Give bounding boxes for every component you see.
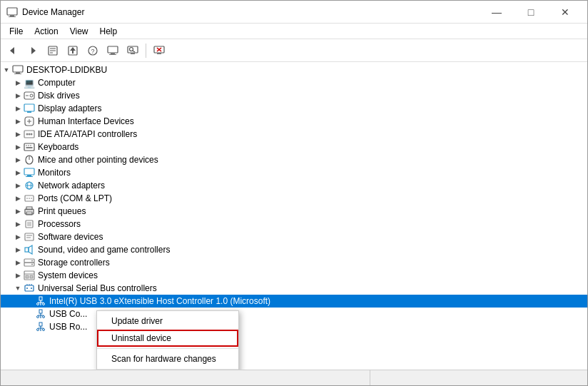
item-label: Keyboards	[38, 142, 78, 152]
update-driver-menu-item[interactable]: Update driver	[97, 313, 238, 330]
list-item[interactable]: ▶ Sound, video and game controllers	[1, 243, 587, 256]
status-pane-2	[370, 370, 477, 385]
storage-icon	[24, 257, 35, 268]
scan-hardware-menu-item[interactable]: Scan for hardware changes	[97, 350, 238, 367]
svg-rect-61	[25, 233, 34, 240]
list-item[interactable]: ▶ Storage controllers	[1, 256, 587, 269]
item-label: System devices	[38, 270, 98, 280]
usb-device-icon	[35, 308, 46, 320]
svg-rect-39	[24, 143, 34, 151]
svg-line-19	[133, 51, 135, 52]
list-item[interactable]: ▶ 💻 Computer	[1, 76, 587, 89]
expand-icon: ▶	[12, 154, 24, 166]
svg-point-89	[43, 316, 45, 318]
toolbar-separator	[146, 44, 146, 58]
list-item[interactable]: ▶ Software devices	[1, 230, 587, 243]
list-item[interactable]: ▶ Monitors	[1, 166, 587, 179]
svg-rect-26	[14, 73, 21, 74]
keyboards-icon	[24, 141, 35, 153]
svg-point-93	[37, 329, 39, 331]
forward-button[interactable]	[24, 42, 42, 59]
svg-point-69	[31, 264, 33, 265]
list-item[interactable]: ▶ System devices	[1, 269, 587, 282]
svg-rect-13	[108, 46, 118, 53]
minimize-button[interactable]: —	[480, 1, 513, 24]
list-item[interactable]: ▶ Display adapters	[1, 102, 587, 115]
root-computer-icon	[12, 64, 24, 76]
item-label: Processors	[38, 219, 81, 229]
back-button[interactable]	[4, 42, 22, 59]
svg-point-79	[31, 288, 32, 289]
list-item[interactable]: ▼ Universal Serial Bus controllers	[1, 282, 587, 295]
svg-rect-15	[109, 54, 116, 55]
item-label: Network adapters	[38, 181, 105, 191]
list-item[interactable]: ▶ Network adapters	[1, 179, 587, 192]
context-menu: Update driver Uninstall device Scan for …	[96, 310, 239, 370]
svg-point-78	[26, 288, 28, 289]
list-item[interactable]: ▶ Keyboards	[1, 141, 587, 153]
context-menu-separator-1	[97, 348, 238, 349]
uninstall-button[interactable]	[150, 42, 168, 59]
list-item[interactable]: ▶ Disk drives	[1, 89, 587, 102]
svg-point-94	[43, 329, 45, 331]
list-item[interactable]: ▶ USB Co...	[1, 308, 587, 320]
svg-marker-3	[10, 47, 14, 54]
expand-icon: ▶	[12, 103, 24, 114]
item-label: USB Ro...	[49, 322, 87, 332]
close-button[interactable]: ✕	[549, 1, 582, 24]
expand-icon: ▼	[12, 283, 24, 294]
update-driver-button[interactable]	[64, 42, 82, 59]
tree-root[interactable]: ▼ DESKTOP-LDIDKBU	[1, 64, 587, 76]
item-label: Software devices	[38, 232, 103, 242]
list-item[interactable]: ▶ USB Ro...	[1, 320, 587, 333]
expand-icon: ▶	[12, 167, 24, 178]
window-title: Device Manager	[22, 7, 480, 17]
expand-icon: ▶	[12, 218, 24, 230]
expand-icon: ▶	[12, 270, 24, 281]
scan-magnifier-button[interactable]	[123, 42, 142, 59]
svg-rect-31	[27, 111, 31, 113]
svg-rect-30	[24, 104, 34, 111]
svg-rect-14	[111, 53, 115, 54]
scan-hardware-button[interactable]	[103, 42, 122, 59]
toolbar: ?	[1, 39, 587, 62]
menu-help[interactable]: Help	[94, 25, 123, 38]
processors-icon	[24, 218, 35, 230]
menu-view[interactable]: View	[64, 25, 94, 38]
svg-rect-85	[39, 310, 42, 313]
ide-icon	[24, 128, 35, 140]
network-icon	[24, 180, 35, 191]
properties-button[interactable]	[44, 42, 62, 59]
svg-rect-74	[25, 285, 34, 291]
list-item[interactable]: ▶ IDE ATA/ATAPI controllers	[1, 128, 587, 141]
list-item[interactable]: ▶ Ports (COM & LPT)	[1, 192, 587, 205]
list-item[interactable]: ▶ Print queues	[1, 205, 587, 218]
display-adapters-icon	[24, 103, 35, 114]
expand-icon: ▶	[12, 116, 24, 127]
intel-usb-item[interactable]: ▶ Intel(R) USB 3.0 eXtensible Host Contr…	[1, 295, 587, 308]
item-label: Monitors	[38, 168, 71, 178]
svg-rect-24	[13, 66, 23, 72]
svg-point-28	[30, 94, 33, 97]
svg-point-37	[29, 133, 31, 136]
svg-marker-10	[70, 47, 76, 54]
maximize-button[interactable]: □	[514, 1, 547, 24]
context-menu-separator-2	[97, 369, 238, 370]
title-bar: Device Manager — □ ✕	[1, 1, 587, 24]
svg-point-83	[37, 303, 39, 305]
help-button[interactable]: ?	[83, 42, 102, 59]
app-icon	[6, 6, 18, 18]
svg-rect-46	[24, 168, 34, 175]
menu-file[interactable]: File	[4, 25, 29, 38]
menu-action[interactable]: Action	[29, 25, 64, 38]
svg-rect-73	[30, 275, 33, 278]
list-item[interactable]: ▶ Processors	[1, 218, 587, 230]
svg-point-36	[26, 133, 29, 136]
list-item[interactable]: ▶ Human Interface Devices	[1, 115, 587, 128]
uninstall-device-menu-item[interactable]: Uninstall device	[97, 330, 238, 347]
expand-icon: ▶	[12, 205, 24, 217]
svg-rect-72	[26, 275, 29, 278]
svg-text:?: ?	[91, 48, 94, 55]
svg-point-38	[31, 133, 33, 136]
list-item[interactable]: ▶ Mice and other pointing devices	[1, 153, 587, 166]
